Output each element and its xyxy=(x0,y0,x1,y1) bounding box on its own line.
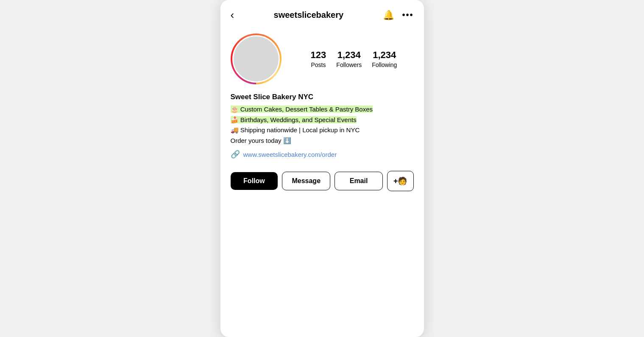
stat-posts[interactable]: 123 Posts xyxy=(311,50,326,68)
stat-followers[interactable]: 1,234 Followers xyxy=(336,50,362,68)
posts-count: 123 xyxy=(311,50,326,61)
posts-label: Posts xyxy=(311,61,326,68)
header: ‹ sweetslicebakery 🔔 ••• xyxy=(220,0,424,27)
more-options-icon[interactable]: ••• xyxy=(402,10,413,20)
back-button[interactable]: ‹ xyxy=(231,8,234,22)
phone-frame: ‹ sweetslicebakery 🔔 ••• 123 Posts 1,234… xyxy=(220,0,424,337)
bio-link[interactable]: 🔗 www.sweetslicebakery.com/order xyxy=(231,150,414,159)
link-url[interactable]: www.sweetslicebakery.com/order xyxy=(243,151,337,158)
avatar xyxy=(232,35,280,83)
profile-section: 123 Posts 1,234 Followers 1,234 Followin… xyxy=(220,27,424,93)
followers-label: Followers xyxy=(336,61,362,68)
bio-highlight-2: 🍰 Birthdays, Weddings, and Special Event… xyxy=(231,116,357,123)
add-person-icon: +🧑 xyxy=(393,176,407,186)
bio-line-1: 🎂 Custom Cakes, Dessert Tables & Pastry … xyxy=(231,105,414,114)
following-count: 1,234 xyxy=(373,50,396,61)
display-name: Sweet Slice Bakery NYC xyxy=(231,93,414,101)
message-button[interactable]: Message xyxy=(282,172,330,190)
bell-icon[interactable]: 🔔 xyxy=(383,10,394,21)
add-person-button[interactable]: +🧑 xyxy=(387,171,414,191)
action-buttons: Follow Message Email +🧑 xyxy=(220,166,424,201)
stats-section: 123 Posts 1,234 Followers 1,234 Followin… xyxy=(294,50,414,68)
bio-line-3: 🚚 Shipping nationwide | Local pickup in … xyxy=(231,125,414,135)
bio-highlight-1: 🎂 Custom Cakes, Dessert Tables & Pastry … xyxy=(231,106,373,113)
bio-line-2: 🍰 Birthdays, Weddings, and Special Event… xyxy=(231,115,414,125)
stat-following[interactable]: 1,234 Following xyxy=(372,50,397,68)
header-icons: 🔔 ••• xyxy=(383,10,413,21)
avatar-ring xyxy=(231,33,282,84)
following-label: Following xyxy=(372,61,397,68)
avatar-wrapper[interactable] xyxy=(231,33,282,84)
header-username: sweetslicebakery xyxy=(274,10,344,20)
bio-text: 🎂 Custom Cakes, Dessert Tables & Pastry … xyxy=(231,105,414,145)
bio-section: Sweet Slice Bakery NYC 🎂 Custom Cakes, D… xyxy=(220,93,424,166)
bio-line-4: Order yours today ⬇️ xyxy=(231,136,414,146)
email-button[interactable]: Email xyxy=(335,172,383,190)
link-icon: 🔗 xyxy=(231,150,240,159)
followers-count: 1,234 xyxy=(337,50,361,61)
follow-button[interactable]: Follow xyxy=(231,172,278,190)
